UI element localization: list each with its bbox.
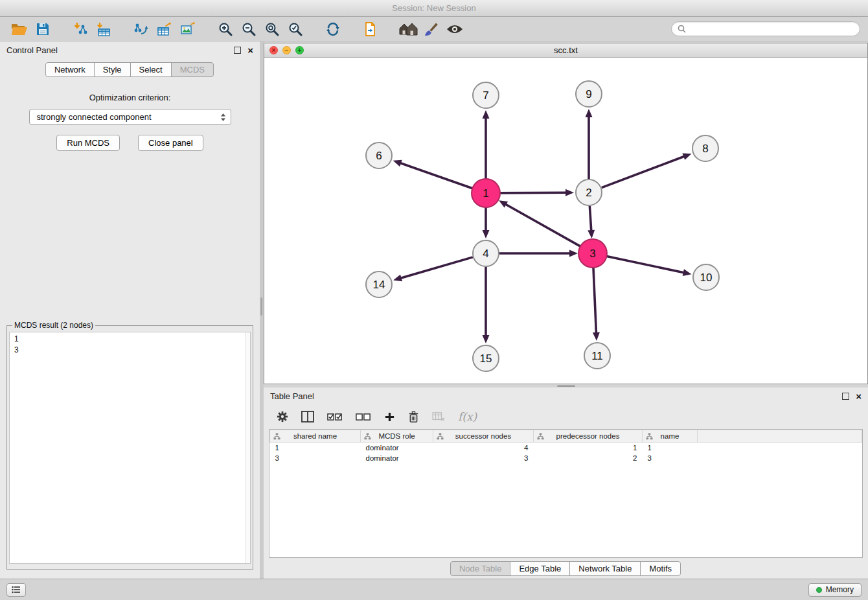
- graph-node-1[interactable]: 1: [472, 179, 500, 207]
- network-canvas[interactable]: 7968124314101511: [264, 58, 867, 384]
- column-header-predecessor-nodes[interactable]: predecessor nodes: [534, 430, 643, 443]
- optimization-dropdown[interactable]: strongly connected component: [29, 109, 231, 125]
- graph-node-15[interactable]: 15: [473, 345, 499, 371]
- import-network-button[interactable]: [69, 19, 92, 39]
- node-table[interactable]: shared nameMCDS rolesuccessor nodesprede…: [269, 429, 863, 558]
- maximize-window-icon[interactable]: +: [295, 46, 304, 54]
- add-column-button[interactable]: [384, 411, 395, 422]
- zoom-out-button[interactable]: [237, 19, 260, 39]
- column-type-icon: [273, 433, 280, 440]
- mcds-result-line: 1: [14, 334, 246, 345]
- table-settings-button[interactable]: [277, 411, 288, 422]
- table-toolbar: f(x): [264, 404, 868, 429]
- graph-node-11[interactable]: 11: [584, 343, 610, 369]
- horizontal-splitter[interactable]: [557, 385, 575, 387]
- tab-node-table[interactable]: Node Table: [450, 561, 511, 576]
- vertical-splitter[interactable]: [260, 41, 264, 579]
- table-row[interactable]: 1dominator411: [270, 443, 862, 453]
- zoom-in-icon: [218, 21, 233, 37]
- tab-network[interactable]: Network: [45, 62, 95, 77]
- home-button[interactable]: [396, 19, 420, 39]
- import-table-button[interactable]: [92, 19, 115, 39]
- tab-mcds[interactable]: MCDS: [171, 62, 214, 77]
- minimize-window-icon[interactable]: −: [282, 46, 291, 54]
- memory-button[interactable]: Memory: [808, 583, 862, 597]
- result-scrollbar[interactable]: [245, 332, 250, 563]
- column-header-filler: [698, 430, 862, 443]
- edge-2-3[interactable]: [589, 206, 591, 231]
- edge-3-11[interactable]: [593, 267, 597, 334]
- save-session-button[interactable]: [31, 19, 54, 39]
- graph-node-2[interactable]: 2: [576, 179, 602, 205]
- edge-1-2[interactable]: [499, 192, 567, 193]
- zoom-fit-icon: [264, 21, 280, 37]
- style-brush-button[interactable]: [420, 19, 443, 39]
- graph-node-4[interactable]: 4: [473, 240, 499, 266]
- column-header-name[interactable]: name: [643, 430, 698, 443]
- select-all-button[interactable]: [327, 412, 343, 422]
- edge-4-14[interactable]: [400, 257, 473, 279]
- network-graph[interactable]: 7968124314101511: [264, 58, 867, 384]
- arrowhead-4-3: [569, 250, 578, 257]
- tab-network-table[interactable]: Network Table: [569, 561, 641, 576]
- deselect-all-button[interactable]: [356, 412, 371, 422]
- column-header-MCDS-role[interactable]: MCDS role: [361, 430, 433, 443]
- close-panel-icon[interactable]: ×: [247, 47, 253, 54]
- task-history-button[interactable]: [6, 583, 26, 597]
- graph-node-3[interactable]: 3: [578, 239, 607, 268]
- graph-node-8[interactable]: 8: [692, 135, 718, 161]
- float-table-panel-icon[interactable]: [842, 393, 849, 400]
- edge-1-6[interactable]: [400, 163, 473, 189]
- close-window-icon[interactable]: ×: [269, 46, 278, 54]
- run-mcds-button[interactable]: Run MCDS: [56, 135, 120, 151]
- node-label: 11: [591, 350, 603, 362]
- graph-node-7[interactable]: 7: [473, 82, 499, 108]
- edge-3-1[interactable]: [505, 204, 581, 247]
- export-image-button[interactable]: [176, 19, 200, 39]
- export-network-button[interactable]: [130, 19, 153, 39]
- node-label: 9: [586, 88, 591, 100]
- zoom-fit-button[interactable]: [260, 19, 284, 39]
- table-row[interactable]: 3dominator323: [270, 453, 862, 463]
- column-header-shared-name[interactable]: shared name: [270, 430, 361, 443]
- node-label: 15: [480, 352, 492, 365]
- clone-network-button[interactable]: [359, 19, 382, 39]
- trash-icon: [408, 411, 419, 423]
- column-header-successor-nodes[interactable]: successor nodes: [433, 430, 534, 443]
- mcds-result-area[interactable]: 13: [9, 332, 251, 564]
- arrowhead-2-9: [586, 109, 593, 117]
- graph-node-9[interactable]: 9: [576, 81, 602, 107]
- tab-style[interactable]: Style: [94, 62, 131, 77]
- arrowhead-3-11: [593, 332, 600, 341]
- edge-3-10[interactable]: [606, 256, 685, 273]
- graph-node-6[interactable]: 6: [366, 143, 392, 168]
- save-icon: [36, 22, 50, 36]
- open-session-button[interactable]: [8, 19, 31, 39]
- export-table-button[interactable]: [153, 19, 176, 39]
- arrowhead-1-2: [565, 189, 574, 196]
- zoom-selected-icon: [288, 21, 303, 37]
- tab-motifs[interactable]: Motifs: [640, 561, 681, 576]
- search-field[interactable]: [671, 21, 860, 36]
- refresh-view-button[interactable]: [321, 19, 345, 39]
- arrowhead-2-8: [682, 154, 691, 160]
- show-columns-button[interactable]: [301, 411, 314, 422]
- graph-node-14[interactable]: 14: [366, 271, 392, 297]
- show-hide-button[interactable]: [443, 19, 466, 39]
- edge-2-8[interactable]: [602, 156, 685, 188]
- zoom-selected-button[interactable]: [284, 19, 307, 39]
- zoom-in-button[interactable]: [214, 19, 237, 39]
- tab-select[interactable]: Select: [130, 62, 172, 77]
- node-label: 3: [589, 248, 595, 260]
- close-panel-button[interactable]: Close panel: [138, 135, 203, 151]
- close-table-panel-icon[interactable]: ×: [856, 393, 862, 400]
- mcds-panel: Optimization criterion: strongly connect…: [0, 82, 260, 579]
- search-input[interactable]: [690, 25, 854, 34]
- graph-node-10[interactable]: 10: [693, 264, 719, 290]
- tab-edge-table[interactable]: Edge Table: [510, 561, 570, 576]
- delete-column-button[interactable]: [408, 411, 419, 423]
- import-network-icon: [73, 21, 88, 37]
- float-panel-icon[interactable]: [234, 47, 241, 54]
- arrowhead-2-3: [588, 230, 595, 238]
- memory-status-icon: [816, 587, 822, 593]
